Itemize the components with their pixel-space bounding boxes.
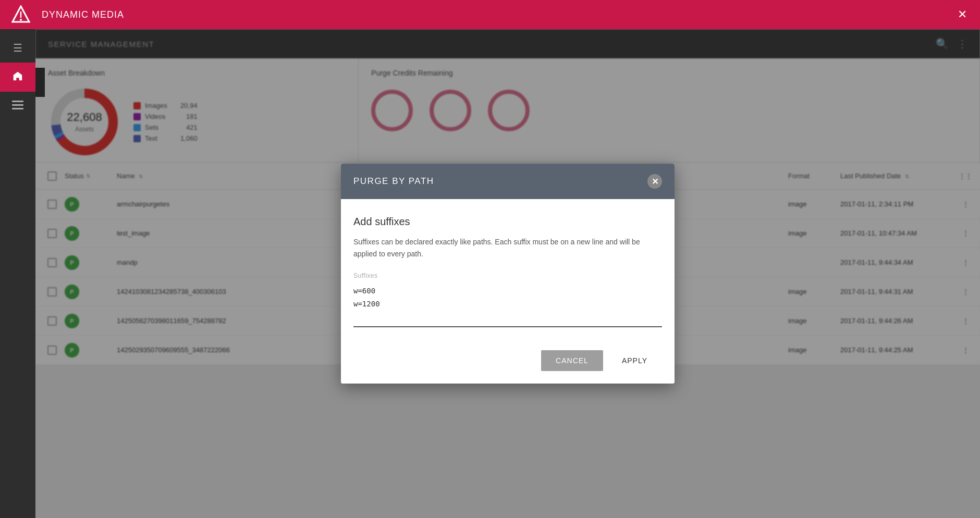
dialog-close-button[interactable]: ✕ xyxy=(647,174,662,189)
dashboard-icon xyxy=(12,70,23,84)
dialog-body: Add suffixes Suffixes can be declared ex… xyxy=(341,199,675,341)
sidebar-item-dashboard[interactable] xyxy=(0,63,35,92)
app-logo xyxy=(8,2,33,27)
apply-button[interactable]: APPLY xyxy=(607,350,662,371)
sidebar: ☰ xyxy=(0,29,35,518)
dialog-section-title: Add suffixes xyxy=(353,216,662,228)
content-area: SERVICE MANAGEMENT 🔍 ⋮ Asset Breakdown xyxy=(35,29,980,518)
modal-overlay: PURGE BY PATH ✕ Add suffixes Suffixes ca… xyxy=(35,29,980,518)
suffixes-label: Suffixes xyxy=(353,272,662,279)
svg-rect-4 xyxy=(12,104,23,106)
svg-point-2 xyxy=(20,19,22,21)
svg-rect-3 xyxy=(12,101,23,102)
top-header: DYNAMIC MEDIA ✕ xyxy=(0,0,980,29)
app-title: DYNAMIC MEDIA xyxy=(42,9,953,20)
close-button[interactable]: ✕ xyxy=(953,5,972,24)
svg-rect-5 xyxy=(12,108,23,109)
purge-by-path-dialog: PURGE BY PATH ✕ Add suffixes Suffixes ca… xyxy=(341,164,675,383)
cancel-button[interactable]: CANCEL xyxy=(541,350,603,371)
sidebar-item-list[interactable] xyxy=(0,92,35,121)
dialog-header: PURGE BY PATH ✕ xyxy=(341,164,675,199)
dialog-footer: CANCEL APPLY xyxy=(341,342,675,384)
sidebar-item-menu[interactable]: ☰ xyxy=(0,33,35,63)
suffixes-textarea[interactable]: w=600 w=1200 xyxy=(353,282,662,327)
dialog-title: PURGE BY PATH xyxy=(353,176,434,187)
menu-icon: ☰ xyxy=(13,42,22,54)
dialog-description: Suffixes can be declared exactly like pa… xyxy=(353,236,662,260)
list-icon xyxy=(12,101,23,113)
